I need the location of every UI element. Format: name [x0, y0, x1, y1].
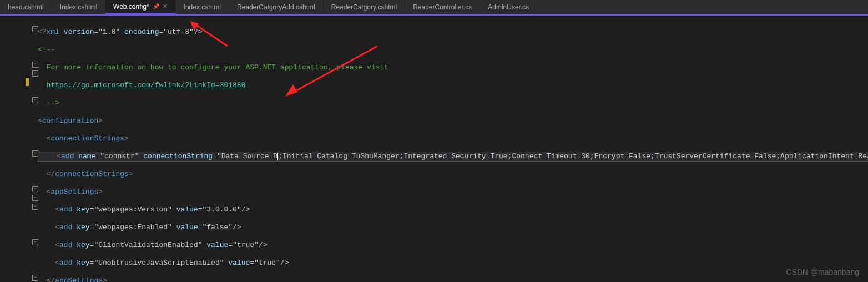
- close-icon[interactable]: ✕: [163, 3, 168, 10]
- tab-readercatgoryadd[interactable]: ReaderCatgoryAdd.cshtml: [229, 0, 324, 14]
- change-marker: [26, 78, 29, 86]
- tab-head-cshtml[interactable]: head.cshtml: [0, 0, 52, 14]
- tab-index-cshtml-1[interactable]: Index.cshtml: [52, 0, 105, 14]
- watermark: CSDN @mabanbang: [786, 268, 859, 276]
- code-editor[interactable]: − − − − − − − − − − <?xml version="1.0" …: [0, 14, 868, 282]
- tab-adminuser[interactable]: AdminUser.cs: [480, 0, 537, 14]
- tab-index-cshtml-2[interactable]: Index.cshtml: [176, 0, 229, 14]
- tab-readercatgory[interactable]: ReaderCatgory.cshtml: [324, 0, 406, 14]
- code-area[interactable]: <?xml version="1.0" encoding="utf-8"?> <…: [38, 19, 868, 282]
- tab-web-config[interactable]: Web.config* 📌 ✕: [105, 0, 175, 14]
- editor-tabs: head.cshtml Index.cshtml Web.config* 📌 ✕…: [0, 0, 868, 14]
- pin-icon[interactable]: 📌: [153, 3, 159, 9]
- tab-readercontroller[interactable]: ReaderController.cs: [405, 0, 480, 14]
- gutter: − − − − − − − − − −: [0, 16, 38, 19]
